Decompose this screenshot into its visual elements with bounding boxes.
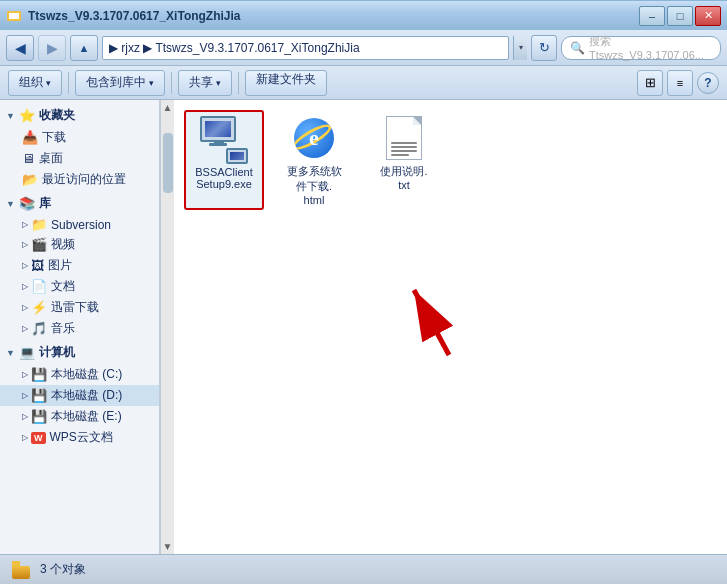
thunder-expand-icon: ▷ (22, 303, 28, 312)
sidebar-item-image[interactable]: ▷ 🖼 图片 (0, 255, 159, 276)
svg-rect-1 (9, 13, 19, 19)
download-icon: 📥 (22, 130, 38, 145)
back-button[interactable]: ◀ (6, 35, 34, 61)
exe-file-icon (200, 116, 248, 164)
library-section: ▼ 📚 库 ▷ 📁 Subversion ▷ 🎬 视频 ▷ 🖼 图片 ▷ (0, 192, 159, 339)
file-area: BSSAClientSetup9.exe e 更多系统软件下载.html (174, 100, 727, 554)
html-file-name: 更多系统软件下载.html (287, 164, 342, 206)
window-icon (6, 8, 22, 24)
subversion-icon: 📁 (31, 217, 47, 232)
toolbar: 组织 ▾ 包含到库中 ▾ 共享 ▾ 新建文件夹 ⊞ ≡ ? (0, 66, 727, 100)
disk-e-label: 本地磁盘 (E:) (51, 408, 122, 425)
toolbar-separator-3 (238, 72, 239, 94)
search-box[interactable]: 🔍 搜索 Ttswzs_V9.3.1707.06... (561, 36, 721, 60)
forward-button[interactable]: ▶ (38, 35, 66, 61)
desktop-label: 桌面 (39, 150, 63, 167)
disk-e-expand-icon: ▷ (22, 412, 28, 421)
disk-c-icon: 💾 (31, 367, 47, 382)
computer-label: 计算机 (39, 344, 75, 361)
sidebar-item-disk-d[interactable]: ▷ 💾 本地磁盘 (D:) (0, 385, 159, 406)
image-label: 图片 (48, 257, 72, 274)
sidebar-scrollbar[interactable]: ▲ ▼ (160, 100, 174, 554)
wps-icon: W (31, 432, 46, 444)
help-button[interactable]: ? (697, 72, 719, 94)
sidebar-item-music[interactable]: ▷ 🎵 音乐 (0, 318, 159, 339)
list-item[interactable]: e 更多系统软件下载.html (274, 110, 354, 210)
sidebar-item-video[interactable]: ▷ 🎬 视频 (0, 234, 159, 255)
sidebar-item-doc[interactable]: ▷ 📄 文档 (0, 276, 159, 297)
favorites-expand-icon: ▼ (6, 111, 15, 121)
organize-button[interactable]: 组织 ▾ (8, 70, 62, 96)
html-file-icon: e (290, 114, 338, 162)
address-bar: ◀ ▶ ▲ ▶ rjxz ▶ Ttswzs_V9.3.1707.0617_XiT… (0, 30, 727, 66)
sidebar: ▼ ⭐ 收藏夹 📥 下载 🖥 桌面 📂 最近访问的位置 ▼ 📚 库 (0, 100, 160, 554)
minimize-button[interactable]: – (639, 6, 665, 26)
doc-expand-icon: ▷ (22, 282, 28, 291)
status-count: 3 个对象 (40, 561, 86, 578)
sidebar-item-disk-e[interactable]: ▷ 💾 本地磁盘 (E:) (0, 406, 159, 427)
favorites-section: ▼ ⭐ 收藏夹 📥 下载 🖥 桌面 📂 最近访问的位置 (0, 104, 159, 190)
view-details-button[interactable]: ≡ (667, 70, 693, 96)
view-toggle-button[interactable]: ⊞ (637, 70, 663, 96)
list-item[interactable]: 使用说明.txt (364, 110, 444, 210)
desktop-icon: 🖥 (22, 151, 35, 166)
recent-icon: 📂 (22, 172, 38, 187)
music-icon: 🎵 (31, 321, 47, 336)
status-bar: 3 个对象 (0, 554, 727, 584)
doc-label: 文档 (51, 278, 75, 295)
subversion-label: Subversion (51, 218, 111, 232)
include-button[interactable]: 包含到库中 ▾ (75, 70, 165, 96)
organize-label: 组织 (19, 74, 43, 91)
close-button[interactable]: ✕ (695, 6, 721, 26)
scroll-thumb[interactable] (163, 133, 173, 193)
disk-c-label: 本地磁盘 (C:) (51, 366, 122, 383)
sidebar-item-disk-c[interactable]: ▷ 💾 本地磁盘 (C:) (0, 364, 159, 385)
favorites-header[interactable]: ▼ ⭐ 收藏夹 (0, 104, 159, 127)
include-arrow: ▾ (149, 78, 154, 88)
disk-d-expand-icon: ▷ (22, 391, 28, 400)
subversion-expand-icon: ▷ (22, 220, 28, 229)
disk-c-expand-icon: ▷ (22, 370, 28, 379)
favorites-icon: ⭐ (19, 108, 35, 123)
new-folder-label: 新建文件夹 (256, 72, 316, 86)
sidebar-item-recent[interactable]: 📂 最近访问的位置 (0, 169, 159, 190)
breadcrumb-dropdown[interactable]: ▾ (513, 36, 527, 60)
library-icon: 📚 (19, 196, 35, 211)
title-bar: Ttswzs_V9.3.1707.0617_XiTongZhiJia – □ ✕ (0, 0, 727, 30)
breadcrumb[interactable]: ▶ rjxz ▶ Ttswzs_V9.3.1707.0617_XiTongZhi… (102, 36, 509, 60)
library-label: 库 (39, 195, 51, 212)
sidebar-item-desktop[interactable]: 🖥 桌面 (0, 148, 159, 169)
sidebar-item-thunder[interactable]: ▷ ⚡ 迅雷下载 (0, 297, 159, 318)
refresh-button[interactable]: ↻ (531, 35, 557, 61)
up-button[interactable]: ▲ (70, 35, 98, 61)
wps-expand-icon: ▷ (22, 433, 28, 442)
library-expand-icon: ▼ (6, 199, 15, 209)
breadcrumb-path: ▶ rjxz ▶ Ttswzs_V9.3.1707.0617_XiTongZhi… (109, 41, 360, 55)
sidebar-item-download[interactable]: 📥 下载 (0, 127, 159, 148)
maximize-button[interactable]: □ (667, 6, 693, 26)
sidebar-item-subversion[interactable]: ▷ 📁 Subversion (0, 215, 159, 234)
computer-header[interactable]: ▼ 💻 计算机 (0, 341, 159, 364)
toolbar-right: ⊞ ≡ ? (637, 70, 719, 96)
computer-icon: 💻 (19, 345, 35, 360)
music-expand-icon: ▷ (22, 324, 28, 333)
disk-e-icon: 💾 (31, 409, 47, 424)
disk-d-icon: 💾 (31, 388, 47, 403)
organize-arrow: ▾ (46, 78, 51, 88)
library-header[interactable]: ▼ 📚 库 (0, 192, 159, 215)
toolbar-separator-1 (68, 72, 69, 94)
title-bar-buttons: – □ ✕ (639, 6, 721, 26)
thunder-icon: ⚡ (31, 300, 47, 315)
txt-file-icon (380, 114, 428, 162)
download-label: 下载 (42, 129, 66, 146)
video-icon: 🎬 (31, 237, 47, 252)
new-folder-button[interactable]: 新建文件夹 (245, 70, 327, 96)
share-button[interactable]: 共享 ▾ (178, 70, 232, 96)
share-label: 共享 (189, 74, 213, 91)
sidebar-item-wps[interactable]: ▷ W WPS云文档 (0, 427, 159, 448)
svg-line-3 (414, 290, 449, 355)
exe-file-name: BSSAClientSetup9.exe (195, 166, 252, 190)
title-bar-left: Ttswzs_V9.3.1707.0617_XiTongZhiJia (6, 8, 241, 24)
video-expand-icon: ▷ (22, 240, 28, 249)
list-item[interactable]: BSSAClientSetup9.exe (184, 110, 264, 210)
